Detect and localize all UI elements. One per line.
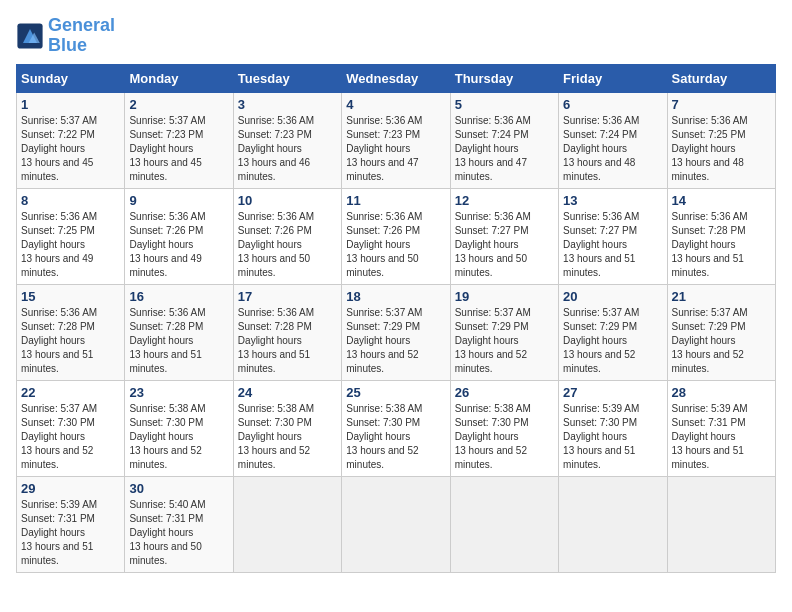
calendar-cell [233, 476, 341, 572]
day-info: Sunrise: 5:36 AMSunset: 7:24 PMDaylight … [563, 114, 662, 184]
day-number: 14 [672, 193, 771, 208]
header-cell-friday: Friday [559, 64, 667, 92]
calendar-cell: 17Sunrise: 5:36 AMSunset: 7:28 PMDayligh… [233, 284, 341, 380]
day-info: Sunrise: 5:36 AMSunset: 7:27 PMDaylight … [455, 210, 554, 280]
day-info: Sunrise: 5:40 AMSunset: 7:31 PMDaylight … [129, 498, 228, 568]
day-info: Sunrise: 5:37 AMSunset: 7:29 PMDaylight … [672, 306, 771, 376]
header-cell-tuesday: Tuesday [233, 64, 341, 92]
header-cell-sunday: Sunday [17, 64, 125, 92]
calendar-cell: 5Sunrise: 5:36 AMSunset: 7:24 PMDaylight… [450, 92, 558, 188]
header-cell-wednesday: Wednesday [342, 64, 450, 92]
day-info: Sunrise: 5:36 AMSunset: 7:28 PMDaylight … [238, 306, 337, 376]
day-info: Sunrise: 5:37 AMSunset: 7:29 PMDaylight … [346, 306, 445, 376]
logo-icon [16, 22, 44, 50]
calendar-week-3: 15Sunrise: 5:36 AMSunset: 7:28 PMDayligh… [17, 284, 776, 380]
day-number: 27 [563, 385, 662, 400]
day-number: 1 [21, 97, 120, 112]
day-number: 26 [455, 385, 554, 400]
day-number: 9 [129, 193, 228, 208]
day-info: Sunrise: 5:39 AMSunset: 7:31 PMDaylight … [21, 498, 120, 568]
day-number: 5 [455, 97, 554, 112]
calendar-cell: 29Sunrise: 5:39 AMSunset: 7:31 PMDayligh… [17, 476, 125, 572]
day-info: Sunrise: 5:37 AMSunset: 7:29 PMDaylight … [563, 306, 662, 376]
day-info: Sunrise: 5:36 AMSunset: 7:26 PMDaylight … [238, 210, 337, 280]
day-info: Sunrise: 5:37 AMSunset: 7:23 PMDaylight … [129, 114, 228, 184]
day-info: Sunrise: 5:37 AMSunset: 7:22 PMDaylight … [21, 114, 120, 184]
calendar-cell: 21Sunrise: 5:37 AMSunset: 7:29 PMDayligh… [667, 284, 775, 380]
calendar-header: SundayMondayTuesdayWednesdayThursdayFrid… [17, 64, 776, 92]
day-info: Sunrise: 5:38 AMSunset: 7:30 PMDaylight … [346, 402, 445, 472]
logo: General Blue [16, 16, 115, 56]
day-number: 29 [21, 481, 120, 496]
day-info: Sunrise: 5:36 AMSunset: 7:26 PMDaylight … [346, 210, 445, 280]
calendar-cell: 1Sunrise: 5:37 AMSunset: 7:22 PMDaylight… [17, 92, 125, 188]
calendar-cell: 13Sunrise: 5:36 AMSunset: 7:27 PMDayligh… [559, 188, 667, 284]
day-number: 22 [21, 385, 120, 400]
day-info: Sunrise: 5:39 AMSunset: 7:30 PMDaylight … [563, 402, 662, 472]
calendar-cell: 3Sunrise: 5:36 AMSunset: 7:23 PMDaylight… [233, 92, 341, 188]
calendar-cell: 26Sunrise: 5:38 AMSunset: 7:30 PMDayligh… [450, 380, 558, 476]
day-info: Sunrise: 5:36 AMSunset: 7:25 PMDaylight … [21, 210, 120, 280]
calendar-cell [559, 476, 667, 572]
calendar-week-4: 22Sunrise: 5:37 AMSunset: 7:30 PMDayligh… [17, 380, 776, 476]
day-number: 10 [238, 193, 337, 208]
day-number: 17 [238, 289, 337, 304]
calendar-table: SundayMondayTuesdayWednesdayThursdayFrid… [16, 64, 776, 573]
day-number: 7 [672, 97, 771, 112]
calendar-cell: 12Sunrise: 5:36 AMSunset: 7:27 PMDayligh… [450, 188, 558, 284]
calendar-cell: 23Sunrise: 5:38 AMSunset: 7:30 PMDayligh… [125, 380, 233, 476]
day-info: Sunrise: 5:39 AMSunset: 7:31 PMDaylight … [672, 402, 771, 472]
day-info: Sunrise: 5:38 AMSunset: 7:30 PMDaylight … [238, 402, 337, 472]
day-number: 4 [346, 97, 445, 112]
calendar-cell: 30Sunrise: 5:40 AMSunset: 7:31 PMDayligh… [125, 476, 233, 572]
calendar-cell: 14Sunrise: 5:36 AMSunset: 7:28 PMDayligh… [667, 188, 775, 284]
day-info: Sunrise: 5:36 AMSunset: 7:25 PMDaylight … [672, 114, 771, 184]
day-number: 6 [563, 97, 662, 112]
calendar-week-2: 8Sunrise: 5:36 AMSunset: 7:25 PMDaylight… [17, 188, 776, 284]
day-number: 18 [346, 289, 445, 304]
day-number: 13 [563, 193, 662, 208]
day-info: Sunrise: 5:36 AMSunset: 7:28 PMDaylight … [129, 306, 228, 376]
day-info: Sunrise: 5:36 AMSunset: 7:23 PMDaylight … [238, 114, 337, 184]
calendar-cell: 18Sunrise: 5:37 AMSunset: 7:29 PMDayligh… [342, 284, 450, 380]
calendar-cell: 4Sunrise: 5:36 AMSunset: 7:23 PMDaylight… [342, 92, 450, 188]
day-info: Sunrise: 5:37 AMSunset: 7:29 PMDaylight … [455, 306, 554, 376]
calendar-cell: 25Sunrise: 5:38 AMSunset: 7:30 PMDayligh… [342, 380, 450, 476]
day-info: Sunrise: 5:36 AMSunset: 7:23 PMDaylight … [346, 114, 445, 184]
day-number: 3 [238, 97, 337, 112]
calendar-cell: 6Sunrise: 5:36 AMSunset: 7:24 PMDaylight… [559, 92, 667, 188]
header-cell-monday: Monday [125, 64, 233, 92]
header-cell-thursday: Thursday [450, 64, 558, 92]
day-number: 11 [346, 193, 445, 208]
day-number: 15 [21, 289, 120, 304]
header: General Blue [16, 16, 776, 56]
calendar-cell: 10Sunrise: 5:36 AMSunset: 7:26 PMDayligh… [233, 188, 341, 284]
header-row: SundayMondayTuesdayWednesdayThursdayFrid… [17, 64, 776, 92]
day-info: Sunrise: 5:36 AMSunset: 7:26 PMDaylight … [129, 210, 228, 280]
calendar-cell: 16Sunrise: 5:36 AMSunset: 7:28 PMDayligh… [125, 284, 233, 380]
calendar-cell: 2Sunrise: 5:37 AMSunset: 7:23 PMDaylight… [125, 92, 233, 188]
day-number: 30 [129, 481, 228, 496]
calendar-cell: 28Sunrise: 5:39 AMSunset: 7:31 PMDayligh… [667, 380, 775, 476]
calendar-cell: 24Sunrise: 5:38 AMSunset: 7:30 PMDayligh… [233, 380, 341, 476]
day-number: 20 [563, 289, 662, 304]
day-number: 24 [238, 385, 337, 400]
calendar-cell: 11Sunrise: 5:36 AMSunset: 7:26 PMDayligh… [342, 188, 450, 284]
calendar-cell: 20Sunrise: 5:37 AMSunset: 7:29 PMDayligh… [559, 284, 667, 380]
day-number: 19 [455, 289, 554, 304]
calendar-cell: 9Sunrise: 5:36 AMSunset: 7:26 PMDaylight… [125, 188, 233, 284]
day-number: 28 [672, 385, 771, 400]
calendar-cell: 22Sunrise: 5:37 AMSunset: 7:30 PMDayligh… [17, 380, 125, 476]
day-number: 25 [346, 385, 445, 400]
calendar-cell: 8Sunrise: 5:36 AMSunset: 7:25 PMDaylight… [17, 188, 125, 284]
day-number: 16 [129, 289, 228, 304]
calendar-cell: 27Sunrise: 5:39 AMSunset: 7:30 PMDayligh… [559, 380, 667, 476]
day-info: Sunrise: 5:38 AMSunset: 7:30 PMDaylight … [129, 402, 228, 472]
calendar-cell [450, 476, 558, 572]
calendar-body: 1Sunrise: 5:37 AMSunset: 7:22 PMDaylight… [17, 92, 776, 572]
day-info: Sunrise: 5:36 AMSunset: 7:24 PMDaylight … [455, 114, 554, 184]
header-cell-saturday: Saturday [667, 64, 775, 92]
calendar-cell: 19Sunrise: 5:37 AMSunset: 7:29 PMDayligh… [450, 284, 558, 380]
day-info: Sunrise: 5:36 AMSunset: 7:28 PMDaylight … [672, 210, 771, 280]
calendar-cell [342, 476, 450, 572]
